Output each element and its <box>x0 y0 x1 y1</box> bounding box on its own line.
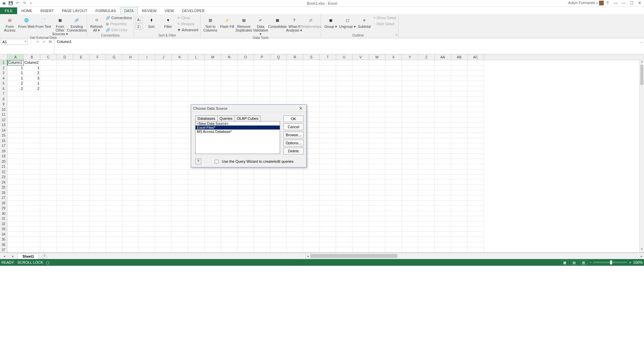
cell[interactable] <box>237 185 254 190</box>
cell[interactable] <box>106 112 122 117</box>
cell[interactable] <box>270 237 287 242</box>
cell[interactable] <box>237 226 254 232</box>
row-header[interactable]: 11 <box>0 112 7 117</box>
cell[interactable] <box>57 117 73 123</box>
cell[interactable] <box>320 185 336 190</box>
cell[interactable] <box>188 211 205 216</box>
cell[interactable] <box>57 122 73 128</box>
cell[interactable] <box>418 117 435 123</box>
cell[interactable] <box>7 143 24 149</box>
cell[interactable] <box>24 180 40 185</box>
cell[interactable] <box>7 195 24 201</box>
cell[interactable] <box>320 159 336 164</box>
cell[interactable] <box>57 81 73 86</box>
cell[interactable] <box>73 221 90 227</box>
cell[interactable] <box>155 195 172 201</box>
cell[interactable] <box>24 169 40 175</box>
cell[interactable] <box>369 60 385 65</box>
cell[interactable] <box>188 70 205 76</box>
cell[interactable] <box>205 180 221 185</box>
cell[interactable] <box>320 164 336 169</box>
cell[interactable] <box>385 154 402 159</box>
cell[interactable] <box>57 211 73 216</box>
cell[interactable] <box>303 242 320 248</box>
cell[interactable] <box>139 149 155 154</box>
cell[interactable] <box>320 60 336 65</box>
cell[interactable] <box>24 149 40 154</box>
cell[interactable] <box>40 195 57 201</box>
cell[interactable] <box>57 60 73 65</box>
cell[interactable] <box>90 86 106 92</box>
cell[interactable] <box>205 169 221 175</box>
cell[interactable] <box>73 102 90 107</box>
cell[interactable] <box>336 185 353 190</box>
relationships-button[interactable]: ⇄Relationships <box>303 15 319 29</box>
row-header[interactable]: 23 <box>0 174 7 180</box>
cell[interactable] <box>57 247 73 253</box>
column-header[interactable]: AB <box>451 54 468 60</box>
cell[interactable] <box>369 221 385 227</box>
cell[interactable] <box>353 97 369 102</box>
row-header[interactable]: 15 <box>0 133 7 138</box>
save-icon[interactable]: 💾 <box>8 1 13 6</box>
cell[interactable] <box>320 76 336 81</box>
cell[interactable] <box>205 232 221 237</box>
cell[interactable]: 2 <box>7 86 24 92</box>
cell[interactable] <box>435 190 451 196</box>
cell[interactable] <box>73 154 90 159</box>
cell[interactable] <box>73 149 90 154</box>
cell[interactable] <box>451 81 468 86</box>
dialog-tab-queries[interactable]: Queries <box>217 115 235 121</box>
cell[interactable] <box>320 247 336 253</box>
column-header[interactable]: G <box>106 54 122 60</box>
cell[interactable] <box>385 242 402 248</box>
cell[interactable] <box>57 65 73 71</box>
cell[interactable] <box>221 226 237 232</box>
cell[interactable] <box>90 138 106 144</box>
from-access-button[interactable]: ▤From Access <box>1 15 18 32</box>
cell[interactable] <box>287 86 303 92</box>
row-header[interactable]: 5 <box>0 81 7 86</box>
cell[interactable] <box>385 81 402 86</box>
cell[interactable] <box>353 91 369 97</box>
cell[interactable] <box>435 112 451 117</box>
flash-fill-button[interactable]: ⚡Flash Fill <box>219 15 235 29</box>
cell[interactable] <box>287 169 303 175</box>
cell[interactable] <box>139 190 155 196</box>
cell[interactable] <box>57 138 73 144</box>
cell[interactable] <box>237 206 254 211</box>
cell[interactable] <box>451 91 468 97</box>
cell[interactable] <box>122 232 139 237</box>
cell[interactable] <box>40 81 57 86</box>
cell[interactable] <box>303 201 320 206</box>
cell[interactable] <box>24 97 40 102</box>
cell[interactable] <box>303 237 320 242</box>
cell[interactable] <box>468 76 484 81</box>
cell[interactable] <box>106 128 122 133</box>
cell[interactable] <box>139 180 155 185</box>
cell[interactable] <box>221 70 237 76</box>
cell[interactable] <box>172 128 188 133</box>
cell[interactable] <box>188 97 205 102</box>
cell[interactable] <box>57 221 73 227</box>
cell[interactable] <box>385 247 402 253</box>
cell[interactable] <box>385 112 402 117</box>
new-sheet-button[interactable]: + <box>42 253 47 259</box>
cell[interactable] <box>139 70 155 76</box>
cell[interactable] <box>418 206 435 211</box>
cell[interactable] <box>320 86 336 92</box>
cell[interactable] <box>188 242 205 248</box>
cell[interactable] <box>451 164 468 169</box>
cell[interactable] <box>172 149 188 154</box>
cell[interactable] <box>287 76 303 81</box>
cell[interactable] <box>139 159 155 164</box>
cell[interactable] <box>418 190 435 196</box>
cell[interactable] <box>73 91 90 97</box>
cell[interactable] <box>155 128 172 133</box>
cell[interactable] <box>221 97 237 102</box>
cell[interactable] <box>122 185 139 190</box>
cell[interactable] <box>122 247 139 253</box>
cell[interactable] <box>369 117 385 123</box>
cell[interactable] <box>57 201 73 206</box>
tab-data[interactable]: DATA <box>120 7 138 14</box>
